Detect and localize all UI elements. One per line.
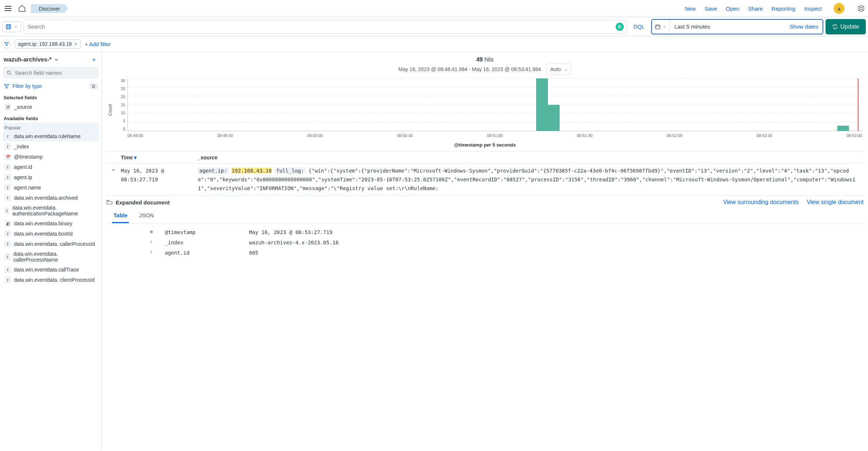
nav-inspect[interactable]: Inspect xyxy=(804,5,822,12)
close-icon[interactable] xyxy=(74,42,78,46)
field-value: May 16, 2023 @ 08:53:27.719 xyxy=(249,229,864,235)
doc-field-row[interactable]: t_indexwazuh-archives-4.x-2023.05.16 xyxy=(150,237,864,248)
avatar[interactable]: a xyxy=(834,3,845,14)
field-type-icon: t xyxy=(4,195,11,201)
show-dates-button[interactable]: Show dates xyxy=(785,23,823,30)
field-item[interactable]: tdata.win.eventdata.bootId xyxy=(3,229,99,239)
field-key: _index xyxy=(165,240,242,245)
field-name: data.win.eventdata.binary xyxy=(14,221,73,226)
disk-icon xyxy=(5,24,11,30)
now-marker xyxy=(858,78,858,131)
y-ticks: 302520151050 xyxy=(114,78,125,131)
field-type-icon: 📅 xyxy=(4,154,11,160)
x-axis-label: @timestamp per 5 seconds xyxy=(106,141,864,151)
col-time-header[interactable]: Time ▾ xyxy=(121,155,198,160)
filter-by-type-button[interactable]: Filter by type 0 xyxy=(3,81,99,91)
selected-field-source[interactable]: ⦿ _source xyxy=(3,102,99,112)
field-type-icon: t xyxy=(4,143,11,150)
doc-links: View surrounding documents View single d… xyxy=(723,199,864,206)
plot-area xyxy=(127,78,862,131)
dql-button[interactable]: DQL xyxy=(629,21,649,33)
x-ticks: 08:49:0008:49:3008:50:0008:50:3008:51:00… xyxy=(127,133,862,138)
y-tick: 10 xyxy=(114,111,125,115)
nav-share[interactable]: Share xyxy=(748,5,763,12)
field-name: @timestamp xyxy=(14,154,43,160)
chevron-down-icon xyxy=(111,167,116,173)
query-bar: G DQL Last 5 minutes Show dates Update xyxy=(0,17,868,36)
kv-val-agent-ip: 192.168.43.16 xyxy=(231,168,272,174)
field-item[interactable]: tdata.win.eventdata. callerProcessId xyxy=(3,239,99,249)
histogram-bar[interactable] xyxy=(837,126,849,131)
x-tick: 08:50:00 xyxy=(307,133,323,138)
x-tick: 08:53:00 xyxy=(846,133,862,138)
field-name: data.win.eventdata. clientProcessId xyxy=(14,277,94,283)
date-picker[interactable]: Last 5 minutes Show dates xyxy=(651,19,823,34)
doc-field-row[interactable]: ▦@timestampMay 16, 2023 @ 08:53:27.719 xyxy=(150,227,864,237)
view-single-link[interactable]: View single document xyxy=(807,199,864,206)
collapse-sidebar-button[interactable] xyxy=(91,57,98,62)
breadcrumb-discover[interactable]: Discover xyxy=(31,4,68,13)
field-item[interactable]: tdata.win.eventdata. clientProcessId xyxy=(3,275,99,285)
index-pattern-selector[interactable]: wazuh-archives-* xyxy=(3,55,99,67)
saved-query-button[interactable] xyxy=(2,21,21,32)
field-name: agent.id xyxy=(14,164,32,170)
field-item[interactable]: tdata.win.eventdata. authenticationPacka… xyxy=(3,203,99,218)
col-time-label: Time xyxy=(121,155,133,160)
row-expand-toggle[interactable] xyxy=(106,167,121,193)
date-range-text[interactable]: Last 5 minutes xyxy=(670,23,785,30)
histogram-bar[interactable] xyxy=(548,105,560,131)
change-all-filters-button[interactable] xyxy=(2,40,11,48)
x-tick: 08:51:00 xyxy=(487,133,503,138)
field-value: wazuh-archives-4.x-2023.05.16 xyxy=(249,240,864,245)
hamburger-icon xyxy=(5,6,11,11)
search-icon xyxy=(7,70,12,76)
date-quick-button[interactable] xyxy=(652,20,670,34)
histogram-bar[interactable] xyxy=(536,78,548,131)
nav-reporting[interactable]: Reporting xyxy=(772,5,795,12)
field-item[interactable]: ◧data.win.eventdata.binary xyxy=(3,218,99,229)
field-name: data.win.eventdata. callerProcessName xyxy=(14,251,97,263)
field-type-icon: t xyxy=(150,250,157,256)
home-button[interactable] xyxy=(16,3,28,14)
update-button[interactable]: Update xyxy=(826,19,866,34)
nav-save[interactable]: Save xyxy=(705,5,717,12)
nav-open[interactable]: Open xyxy=(726,5,739,12)
doc-field-row[interactable]: tagent.id005 xyxy=(150,248,864,258)
y-tick: 30 xyxy=(114,78,125,83)
x-tick: 08:52:00 xyxy=(667,133,682,138)
view-surrounding-link[interactable]: View surrounding documents xyxy=(723,199,799,206)
source-type-icon: ⦿ xyxy=(4,104,11,110)
tab-table[interactable]: Table xyxy=(112,208,129,223)
x-tick: 08:49:30 xyxy=(217,133,233,138)
filter-pill-agent-ip[interactable]: agent.ip: 192.168.43.16 xyxy=(15,39,81,49)
field-item[interactable]: tdata.win.eventdata.callTrace xyxy=(3,265,99,275)
hits-label: hits xyxy=(485,56,494,63)
tab-json[interactable]: JSON xyxy=(138,208,155,223)
filter-bar: agent.ip: 192.168.43.16 + Add filter xyxy=(0,36,868,52)
field-search-input[interactable] xyxy=(15,70,95,76)
interval-select[interactable]: Auto xyxy=(546,64,571,75)
nav-new[interactable]: New xyxy=(685,5,696,12)
y-tick: 15 xyxy=(114,103,125,107)
text-type-icon: t xyxy=(4,133,11,140)
filter-by-type-count: 0 xyxy=(89,84,98,89)
chart-area[interactable]: 302520151050 08:49:0008:49:3008:50:0008:… xyxy=(114,78,864,141)
table-row: May 16, 2023 @ 08:53:27.719 agent.ip: 19… xyxy=(106,164,864,196)
search-input[interactable] xyxy=(27,23,623,30)
svg-rect-2 xyxy=(6,25,11,29)
help-button[interactable] xyxy=(857,4,865,12)
col-source-header[interactable]: _source xyxy=(198,155,864,160)
add-filter-button[interactable]: + Add filter xyxy=(85,41,111,47)
menu-toggle-button[interactable] xyxy=(3,3,13,14)
field-item[interactable]: tdata.win.eventdata. callerProcessName xyxy=(3,249,99,265)
field-item[interactable]: 📅@timestamp xyxy=(3,152,99,162)
field-item[interactable]: t data.win.eventdata.ruleName xyxy=(3,131,99,141)
field-item[interactable]: tagent.id xyxy=(3,162,99,172)
field-item[interactable]: tdata.win.eventdata.archived xyxy=(3,193,99,203)
chevron-down-icon xyxy=(14,25,18,29)
search-box: G xyxy=(23,20,627,34)
field-item[interactable]: tagent.ip xyxy=(3,172,99,182)
field-item[interactable]: t_index xyxy=(3,141,99,152)
field-search xyxy=(3,67,99,79)
field-item[interactable]: tagent.name xyxy=(3,182,99,193)
